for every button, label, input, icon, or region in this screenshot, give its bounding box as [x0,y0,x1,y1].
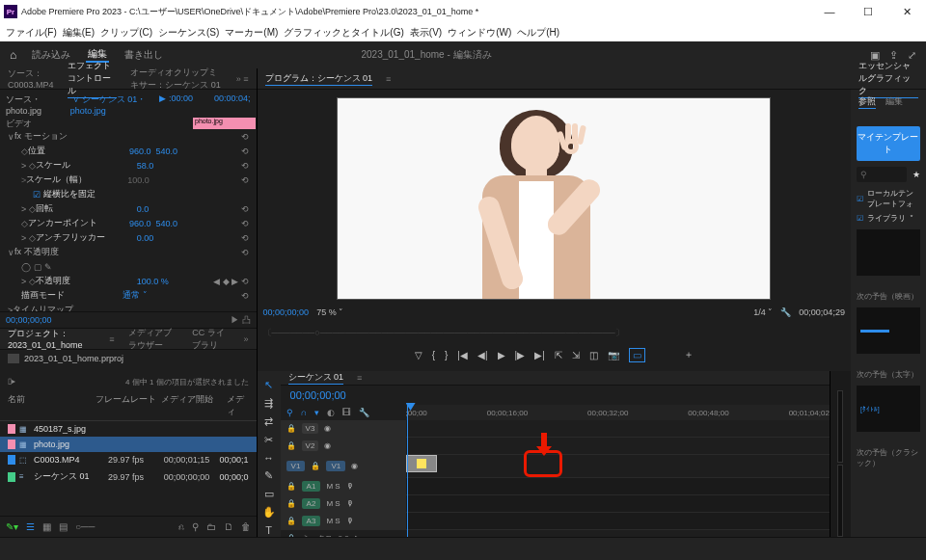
play-icon[interactable]: ▶ [498,350,505,360]
maximize-icon[interactable]: ☐ [849,0,887,23]
list-filter-icon[interactable]: ▯▸ [8,377,15,387]
menu-marker[interactable]: マーカー(M) [225,26,278,40]
mic-icon[interactable]: 🎙 [346,482,354,491]
project-row[interactable]: ≡シーケンス 0129.97 fps00;00;00;0000;00;0 [0,467,257,486]
track-target-v1[interactable]: V1 [326,461,345,471]
lock-icon[interactable]: 🔒 [286,424,296,433]
template-thumbnail[interactable]: [ﾀｲﾄﾙ] [857,386,920,432]
ripple-tool-icon[interactable]: ⇄ [264,415,273,428]
hand-tool-icon[interactable]: ✋ [262,506,276,519]
snap-icon[interactable]: ⚲ [286,408,293,417]
tab-timeline[interactable]: シーケンス 01 [288,371,344,385]
mask-pen-icon[interactable]: ✎ [44,262,52,272]
close-icon[interactable]: ✕ [887,0,926,23]
button-editor-icon[interactable]: ＋ [684,348,694,361]
menu-edit[interactable]: 編集(E) [63,26,95,40]
library-checkbox[interactable]: ☑ [857,214,863,223]
ec-opacity[interactable]: fx 不透明度 [14,246,116,258]
type-tool-icon[interactable]: T [265,524,272,536]
ec-timeline-clip[interactable]: photo.jpg [193,118,256,129]
menu-file[interactable]: ファイル(F) [6,26,57,40]
new-bin-icon[interactable]: 🗀 [206,521,216,532]
ec-anchor[interactable]: アンカーポイント [28,217,129,229]
menu-graphic[interactable]: グラフィックとタイトル(G) [284,26,403,40]
tab-audio-mixer[interactable]: オーディオクリップミキサー：シーケンス 01 [130,67,223,92]
menu-view[interactable]: 表示(V) [410,26,442,40]
lift-icon[interactable]: ⇱ [555,350,562,360]
menu-clip[interactable]: クリップ(C) [100,26,152,40]
new-item-button[interactable]: 🗋 [224,521,233,532]
ec-timecode[interactable]: 00;00;00;00 [6,315,52,325]
selection-tool-icon[interactable]: ↖ [264,379,273,391]
marker-icon[interactable]: ▾ [314,408,319,417]
tab-program[interactable]: プログラム：シーケンス 01 [265,72,373,86]
next-edit-icon[interactable]: ▶| [534,350,545,360]
menu-sequence[interactable]: シーケンス(S) [158,26,219,40]
favorite-icon[interactable]: ★ [912,170,920,179]
my-templates-button[interactable]: マイテンプレート [857,126,920,161]
list-view-icon[interactable]: ☰ [26,521,35,532]
tab-cc-library[interactable]: CC ライブラリ [192,327,230,352]
settings-icon[interactable]: 🔧 [780,307,791,317]
slip-tool-icon[interactable]: ↔ [263,452,274,464]
template-thumbnail[interactable] [857,229,920,276]
program-timecode[interactable]: 00;00;00;00 [263,307,310,317]
ec-antiflicker[interactable]: アンチフリッカー [36,231,137,244]
comparison-icon[interactable]: ▭ [629,348,645,362]
local-templates-checkbox[interactable]: ☑ [857,195,863,203]
razor-tool-icon[interactable]: ✂ [264,434,273,446]
rect-tool-icon[interactable]: ▭ [264,488,274,500]
track-select-tool-icon[interactable]: ⇶ [264,397,273,410]
ec-position[interactable]: 位置 [28,145,129,157]
ec-motion[interactable]: fx モーション [14,130,116,143]
project-row[interactable]: ▦photo.jpg [0,437,257,452]
pen-tool-icon[interactable]: ✎ [264,469,273,482]
ec-scale[interactable]: スケール [36,159,137,172]
mask-rect-icon[interactable]: ▢ [34,262,42,272]
icon-view-icon[interactable]: ▦ [42,521,51,532]
zoom-slider[interactable]: ○── [75,521,95,532]
step-forward-icon[interactable]: |▶ [515,350,526,360]
mark-in-icon[interactable]: { [432,350,435,360]
reset-icon[interactable]: ⟲ [199,132,257,142]
mask-ellipse-icon[interactable]: ◯ [21,262,31,272]
add-marker-icon[interactable]: ▽ [415,350,422,360]
subtab-edit[interactable]: 編集 [885,95,903,109]
ec-sequence-label[interactable]: シーケンス 01・photo.jpg [70,94,147,116]
delete-icon[interactable]: 🗑 [241,521,251,532]
mark-out-icon[interactable]: } [445,350,448,360]
ec-rotation[interactable]: 回転 [36,202,137,215]
ec-timeremap[interactable]: タイムリマップ [13,304,114,311]
program-viewport[interactable] [337,97,771,300]
export-frame-icon[interactable]: ◫ [589,350,598,360]
minimize-icon[interactable]: — [810,0,849,23]
panel-menu-icon[interactable]: » ≡ [236,74,249,84]
resolution-select[interactable]: 1/4 ˅ [753,307,773,317]
freeform-view-icon[interactable]: ▤ [59,521,68,532]
tab-project[interactable]: プロジェクト：2023_01_01_home [8,328,95,351]
aspect-checkbox[interactable]: ☑ [33,190,41,200]
project-row[interactable]: ▦450187_s.jpg [0,421,257,437]
wrench-icon[interactable]: 🔧 [359,408,369,417]
timeline-timecode[interactable]: 00;00;00;00 [290,389,346,401]
tab-source[interactable]: ソース：C0003.MP4 [8,67,54,90]
extract-icon[interactable]: ⇲ [572,350,580,360]
project-row[interactable]: ⬚C0003.MP429.97 fps00;00;01;1500;00;1 [0,452,257,467]
step-back-icon[interactable]: ◀| [477,350,488,360]
prev-edit-icon[interactable]: |◀ [457,350,468,360]
home-icon[interactable]: ⌂ [10,48,16,62]
camera-icon[interactable]: 📷 [608,350,619,360]
tab-media-browser[interactable]: メディアブラウザー [128,327,179,352]
search-input[interactable]: ⚲ [857,167,907,182]
new-item-icon[interactable]: ✎▾ [6,521,18,532]
source-patch-v1[interactable]: V1 [286,461,306,471]
worktab-export[interactable]: 書き出し [123,48,165,62]
zoom-select[interactable]: 75 % ˅ [316,307,343,317]
menu-help[interactable]: ヘルプ(H) [517,26,559,40]
template-thumbnail[interactable] [857,307,920,354]
settings-icon[interactable]: ◐ [327,408,335,417]
timeline-clip[interactable] [406,455,437,472]
menu-window[interactable]: ウィンドウ(W) [448,26,511,40]
linked-selection-icon[interactable]: ∩ [301,408,307,417]
subtab-browse[interactable]: 参照 [858,95,876,109]
